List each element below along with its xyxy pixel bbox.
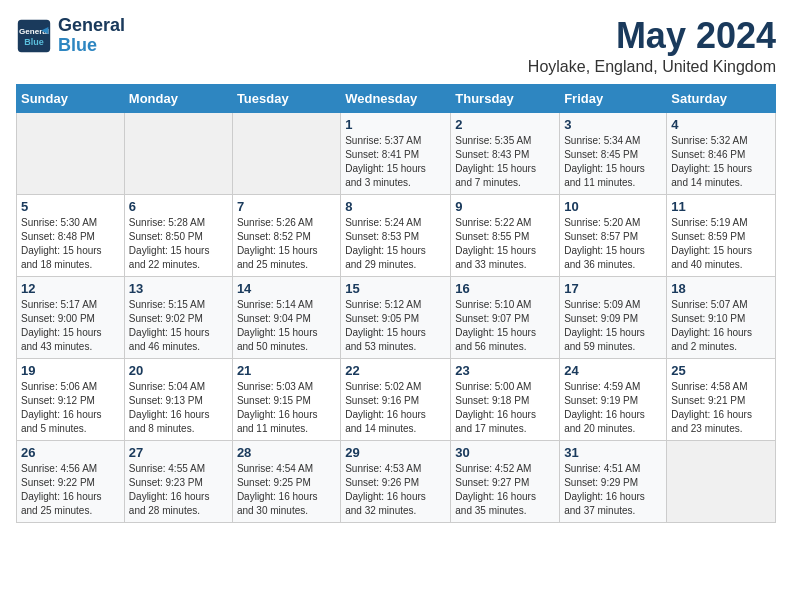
logo-text: General Blue (58, 16, 125, 56)
logo: General Blue General Blue (16, 16, 125, 56)
day-cell: 19Sunrise: 5:06 AM Sunset: 9:12 PM Dayli… (17, 358, 125, 440)
weekday-header-row: SundayMondayTuesdayWednesdayThursdayFrid… (17, 84, 776, 112)
day-number: 12 (21, 281, 120, 296)
day-number: 19 (21, 363, 120, 378)
day-number: 16 (455, 281, 555, 296)
weekday-header-friday: Friday (560, 84, 667, 112)
day-info: Sunrise: 5:07 AM Sunset: 9:10 PM Dayligh… (671, 298, 771, 354)
weekday-header-saturday: Saturday (667, 84, 776, 112)
day-cell: 7Sunrise: 5:26 AM Sunset: 8:52 PM Daylig… (232, 194, 340, 276)
day-cell (124, 112, 232, 194)
day-number: 1 (345, 117, 446, 132)
day-number: 14 (237, 281, 336, 296)
day-cell: 26Sunrise: 4:56 AM Sunset: 9:22 PM Dayli… (17, 440, 125, 522)
day-number: 22 (345, 363, 446, 378)
calendar-title: May 2024 (528, 16, 776, 56)
day-number: 7 (237, 199, 336, 214)
weekday-header-sunday: Sunday (17, 84, 125, 112)
day-info: Sunrise: 5:10 AM Sunset: 9:07 PM Dayligh… (455, 298, 555, 354)
day-number: 24 (564, 363, 662, 378)
day-info: Sunrise: 5:24 AM Sunset: 8:53 PM Dayligh… (345, 216, 446, 272)
day-number: 31 (564, 445, 662, 460)
day-cell: 8Sunrise: 5:24 AM Sunset: 8:53 PM Daylig… (341, 194, 451, 276)
day-cell (232, 112, 340, 194)
day-cell: 3Sunrise: 5:34 AM Sunset: 8:45 PM Daylig… (560, 112, 667, 194)
day-info: Sunrise: 4:54 AM Sunset: 9:25 PM Dayligh… (237, 462, 336, 518)
day-number: 15 (345, 281, 446, 296)
week-row-3: 12Sunrise: 5:17 AM Sunset: 9:00 PM Dayli… (17, 276, 776, 358)
day-info: Sunrise: 5:03 AM Sunset: 9:15 PM Dayligh… (237, 380, 336, 436)
day-info: Sunrise: 5:26 AM Sunset: 8:52 PM Dayligh… (237, 216, 336, 272)
day-info: Sunrise: 5:20 AM Sunset: 8:57 PM Dayligh… (564, 216, 662, 272)
day-info: Sunrise: 5:34 AM Sunset: 8:45 PM Dayligh… (564, 134, 662, 190)
day-info: Sunrise: 4:58 AM Sunset: 9:21 PM Dayligh… (671, 380, 771, 436)
day-info: Sunrise: 4:51 AM Sunset: 9:29 PM Dayligh… (564, 462, 662, 518)
day-number: 4 (671, 117, 771, 132)
calendar-subtitle: Hoylake, England, United Kingdom (528, 58, 776, 76)
calendar-table: SundayMondayTuesdayWednesdayThursdayFrid… (16, 84, 776, 523)
day-cell: 2Sunrise: 5:35 AM Sunset: 8:43 PM Daylig… (451, 112, 560, 194)
day-number: 26 (21, 445, 120, 460)
day-info: Sunrise: 5:37 AM Sunset: 8:41 PM Dayligh… (345, 134, 446, 190)
title-area: May 2024 Hoylake, England, United Kingdo… (528, 16, 776, 76)
week-row-2: 5Sunrise: 5:30 AM Sunset: 8:48 PM Daylig… (17, 194, 776, 276)
day-cell: 9Sunrise: 5:22 AM Sunset: 8:55 PM Daylig… (451, 194, 560, 276)
day-info: Sunrise: 5:09 AM Sunset: 9:09 PM Dayligh… (564, 298, 662, 354)
day-cell: 31Sunrise: 4:51 AM Sunset: 9:29 PM Dayli… (560, 440, 667, 522)
day-cell: 10Sunrise: 5:20 AM Sunset: 8:57 PM Dayli… (560, 194, 667, 276)
day-number: 9 (455, 199, 555, 214)
day-info: Sunrise: 5:32 AM Sunset: 8:46 PM Dayligh… (671, 134, 771, 190)
day-number: 17 (564, 281, 662, 296)
week-row-1: 1Sunrise: 5:37 AM Sunset: 8:41 PM Daylig… (17, 112, 776, 194)
day-cell: 23Sunrise: 5:00 AM Sunset: 9:18 PM Dayli… (451, 358, 560, 440)
weekday-header-wednesday: Wednesday (341, 84, 451, 112)
day-number: 2 (455, 117, 555, 132)
day-number: 8 (345, 199, 446, 214)
svg-text:Blue: Blue (24, 37, 44, 47)
week-row-5: 26Sunrise: 4:56 AM Sunset: 9:22 PM Dayli… (17, 440, 776, 522)
day-cell: 6Sunrise: 5:28 AM Sunset: 8:50 PM Daylig… (124, 194, 232, 276)
day-cell (667, 440, 776, 522)
day-number: 13 (129, 281, 228, 296)
day-info: Sunrise: 5:06 AM Sunset: 9:12 PM Dayligh… (21, 380, 120, 436)
day-cell: 30Sunrise: 4:52 AM Sunset: 9:27 PM Dayli… (451, 440, 560, 522)
day-cell: 12Sunrise: 5:17 AM Sunset: 9:00 PM Dayli… (17, 276, 125, 358)
day-info: Sunrise: 5:12 AM Sunset: 9:05 PM Dayligh… (345, 298, 446, 354)
day-cell: 5Sunrise: 5:30 AM Sunset: 8:48 PM Daylig… (17, 194, 125, 276)
day-cell: 24Sunrise: 4:59 AM Sunset: 9:19 PM Dayli… (560, 358, 667, 440)
day-number: 10 (564, 199, 662, 214)
day-number: 20 (129, 363, 228, 378)
day-info: Sunrise: 5:22 AM Sunset: 8:55 PM Dayligh… (455, 216, 555, 272)
day-info: Sunrise: 5:04 AM Sunset: 9:13 PM Dayligh… (129, 380, 228, 436)
day-cell: 11Sunrise: 5:19 AM Sunset: 8:59 PM Dayli… (667, 194, 776, 276)
day-cell: 22Sunrise: 5:02 AM Sunset: 9:16 PM Dayli… (341, 358, 451, 440)
week-row-4: 19Sunrise: 5:06 AM Sunset: 9:12 PM Dayli… (17, 358, 776, 440)
day-cell: 14Sunrise: 5:14 AM Sunset: 9:04 PM Dayli… (232, 276, 340, 358)
day-cell (17, 112, 125, 194)
day-number: 29 (345, 445, 446, 460)
day-number: 6 (129, 199, 228, 214)
day-info: Sunrise: 4:55 AM Sunset: 9:23 PM Dayligh… (129, 462, 228, 518)
day-info: Sunrise: 5:28 AM Sunset: 8:50 PM Dayligh… (129, 216, 228, 272)
weekday-header-thursday: Thursday (451, 84, 560, 112)
day-number: 25 (671, 363, 771, 378)
weekday-header-tuesday: Tuesday (232, 84, 340, 112)
day-number: 11 (671, 199, 771, 214)
day-cell: 4Sunrise: 5:32 AM Sunset: 8:46 PM Daylig… (667, 112, 776, 194)
day-number: 30 (455, 445, 555, 460)
day-cell: 16Sunrise: 5:10 AM Sunset: 9:07 PM Dayli… (451, 276, 560, 358)
day-cell: 18Sunrise: 5:07 AM Sunset: 9:10 PM Dayli… (667, 276, 776, 358)
day-info: Sunrise: 4:56 AM Sunset: 9:22 PM Dayligh… (21, 462, 120, 518)
day-info: Sunrise: 4:53 AM Sunset: 9:26 PM Dayligh… (345, 462, 446, 518)
day-info: Sunrise: 5:02 AM Sunset: 9:16 PM Dayligh… (345, 380, 446, 436)
day-cell: 1Sunrise: 5:37 AM Sunset: 8:41 PM Daylig… (341, 112, 451, 194)
day-info: Sunrise: 5:35 AM Sunset: 8:43 PM Dayligh… (455, 134, 555, 190)
day-number: 21 (237, 363, 336, 378)
day-number: 23 (455, 363, 555, 378)
day-info: Sunrise: 4:59 AM Sunset: 9:19 PM Dayligh… (564, 380, 662, 436)
logo-icon: General Blue (16, 18, 52, 54)
day-cell: 27Sunrise: 4:55 AM Sunset: 9:23 PM Dayli… (124, 440, 232, 522)
day-cell: 21Sunrise: 5:03 AM Sunset: 9:15 PM Dayli… (232, 358, 340, 440)
day-info: Sunrise: 5:15 AM Sunset: 9:02 PM Dayligh… (129, 298, 228, 354)
day-number: 27 (129, 445, 228, 460)
